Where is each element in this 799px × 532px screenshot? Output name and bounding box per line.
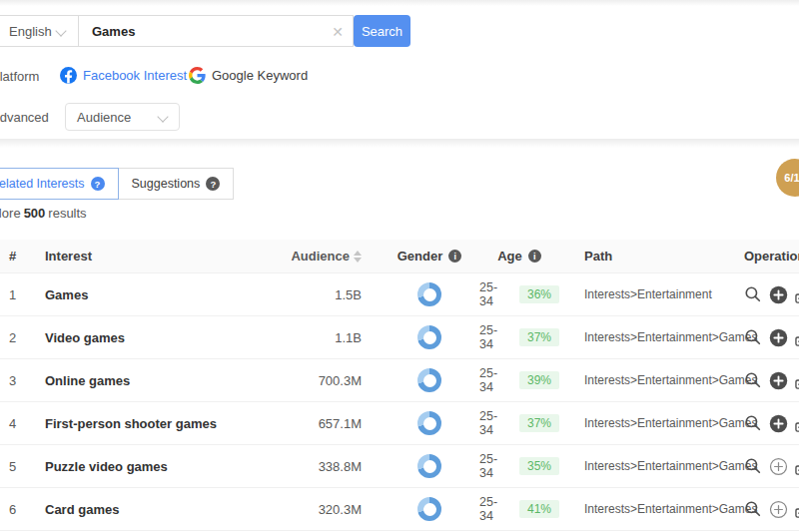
sort-icon[interactable] (354, 251, 362, 263)
interest-name: Video games (45, 330, 260, 345)
search-button[interactable]: Search (354, 15, 410, 47)
table-row: 3 Online games 700.3M 25-34 39% Interest… (0, 359, 799, 402)
gender-cell (380, 497, 479, 521)
operation-cell: AD (736, 285, 799, 304)
operation-cell: AD (736, 328, 799, 347)
ad-library-icon[interactable]: AD (795, 285, 799, 304)
add-interest-button[interactable] (769, 285, 788, 304)
row-index: 1 (9, 287, 45, 302)
ad-library-icon[interactable]: AD (795, 457, 799, 476)
row-index: 6 (9, 502, 45, 517)
language-select[interactable]: English (0, 15, 79, 47)
age-cell: 25-34 37% (479, 409, 559, 437)
info-icon[interactable]: i (528, 250, 541, 263)
operation-cell: AD (736, 500, 799, 519)
row-index: 5 (9, 459, 45, 474)
gender-donut-chart (417, 497, 441, 521)
add-interest-button[interactable] (769, 328, 788, 347)
audience-select-value: Audience (77, 110, 131, 125)
audience-select[interactable]: Audience (65, 103, 180, 131)
audience-value: 1.5B (260, 287, 380, 302)
advanced-label: Advanced (0, 110, 49, 125)
row-index: 2 (9, 330, 45, 345)
add-interest-button[interactable] (769, 500, 788, 519)
platform-option-google-label: Google Keyword (212, 68, 308, 83)
tab-bar: Related Interests ? Suggestions ? (0, 168, 234, 200)
search-detail-icon[interactable] (744, 500, 762, 518)
row-index: 4 (9, 416, 45, 431)
gender-cell (380, 454, 479, 478)
audience-value: 320.3M (260, 502, 380, 517)
search-detail-icon[interactable] (744, 285, 762, 303)
age-percent-badge: 39% (519, 371, 559, 389)
age-percent-badge: 37% (519, 414, 559, 432)
search-detail-icon[interactable] (744, 328, 762, 346)
clear-icon[interactable]: ✕ (332, 24, 344, 40)
audience-value: 700.3M (260, 373, 380, 388)
col-age: Age i (479, 249, 559, 264)
gender-donut-chart (417, 454, 441, 478)
search-input[interactable]: Games ✕ (78, 15, 354, 47)
add-interest-button[interactable] (769, 371, 788, 390)
table-row: 6 Card games 320.3M 25-34 41% Interests>… (0, 488, 799, 531)
add-interest-button[interactable] (769, 414, 788, 433)
facebook-icon (60, 67, 77, 84)
platform-option-facebook[interactable]: Facebook Interest (60, 67, 187, 84)
table-row: 2 Video games 1.1B 25-34 37% Interests>E… (0, 316, 799, 359)
col-age-label: Age (497, 249, 522, 264)
col-index: # (9, 249, 45, 264)
tab-suggestions[interactable]: Suggestions ? (119, 168, 235, 200)
ad-library-icon[interactable]: AD (795, 414, 799, 433)
plus-filled-icon (769, 371, 788, 390)
path-value: Interests>Entertainment>Games (559, 416, 736, 430)
age-cell: 25-34 36% (479, 280, 559, 308)
gender-cell (380, 411, 479, 435)
app-root: English Games ✕ Search Platform Facebook… (0, 0, 799, 532)
age-range: 25-34 (479, 366, 510, 394)
gender-cell (380, 282, 479, 306)
results-suffix: results (48, 206, 86, 221)
path-value: Interests>Entertainment (559, 287, 736, 301)
ad-library-icon[interactable]: AD (795, 328, 799, 347)
help-icon[interactable]: ? (91, 177, 105, 191)
col-audience[interactable]: Audience (260, 249, 380, 264)
audience-value: 338.8M (260, 459, 380, 474)
info-icon[interactable]: i (448, 250, 461, 263)
path-value: Interests>Entertainment>Games (559, 373, 736, 387)
gender-cell (380, 325, 479, 349)
search-detail-icon[interactable] (744, 371, 762, 389)
col-interest: Interest (45, 249, 260, 264)
audience-value: 1.1B (260, 330, 380, 345)
age-percent-badge: 37% (519, 328, 559, 346)
tab-related-interests-label: Related Interests (0, 177, 85, 191)
search-detail-icon[interactable] (744, 414, 762, 432)
search-detail-icon[interactable] (744, 457, 762, 475)
quota-badge: 6/10 (776, 159, 799, 197)
plus-filled-icon (769, 285, 788, 304)
tab-related-interests[interactable]: Related Interests ? (0, 168, 119, 200)
plus-outline-icon (769, 457, 788, 476)
col-operation: Operation (736, 249, 799, 264)
col-gender-label: Gender (398, 249, 443, 264)
col-path: Path (559, 249, 736, 264)
results-table: # Interest Audience Gender i Age i Path … (0, 240, 799, 531)
operation-cell: AD (736, 414, 799, 433)
section-divider (0, 139, 799, 148)
table-header: # Interest Audience Gender i Age i Path … (0, 240, 799, 273)
platform-option-google[interactable]: Google Keyword (189, 67, 308, 84)
ad-library-icon[interactable]: AD (795, 500, 799, 519)
results-prefix: More (0, 206, 21, 221)
add-interest-button[interactable] (769, 457, 788, 476)
col-gender: Gender i (380, 249, 479, 264)
age-cell: 25-34 39% (479, 366, 559, 394)
age-range: 25-34 (479, 280, 510, 308)
ad-library-icon[interactable]: AD (795, 371, 799, 390)
search-input-value: Games (92, 24, 135, 39)
help-icon[interactable]: ? (206, 177, 220, 191)
age-range: 25-34 (479, 495, 510, 523)
top-toolbar-edge (0, 0, 799, 6)
age-cell: 25-34 35% (479, 452, 559, 480)
gender-donut-chart (417, 411, 441, 435)
plus-outline-icon (769, 500, 788, 519)
gender-donut-chart (417, 325, 441, 349)
